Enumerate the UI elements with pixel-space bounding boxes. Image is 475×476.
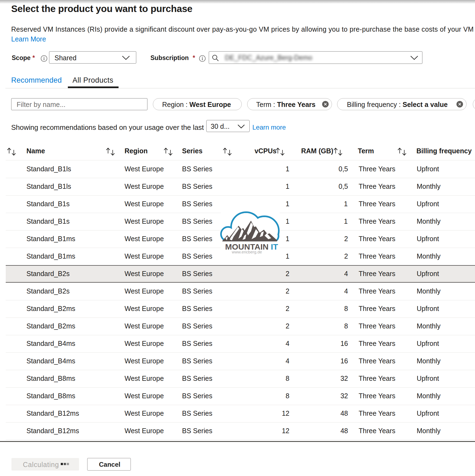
svg-text:www.ericberg.de: www.ericberg.de <box>232 250 262 254</box>
